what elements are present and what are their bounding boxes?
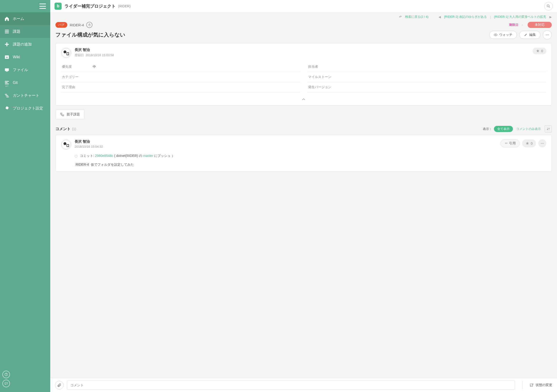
svg-point-21	[547, 35, 548, 35]
svg-rect-1	[5, 31, 9, 32]
field-priority: 優先度中	[61, 62, 300, 72]
sort-button[interactable]	[545, 125, 552, 132]
home-icon	[4, 16, 9, 21]
subtask-label: 親子課題	[67, 112, 80, 117]
svg-rect-9	[5, 84, 9, 84]
wiki-icon: W	[4, 55, 9, 60]
sidebar-item-git[interactable]: GIT Git	[0, 76, 50, 89]
comment-author: 長沢 智治	[75, 139, 103, 144]
svg-rect-32	[67, 145, 68, 147]
svg-rect-0	[5, 30, 9, 31]
filter-all[interactable]: 全て表示	[494, 126, 513, 132]
author-name: 長沢 智治	[75, 48, 114, 52]
issue-title: ファイル構成が気に入らない	[56, 31, 489, 38]
svg-rect-2	[5, 33, 9, 33]
watch-label: ウォッチ	[499, 33, 512, 37]
commit-link[interactable]: 2980e8548c	[95, 154, 113, 158]
quote-button[interactable]: 引用	[500, 139, 520, 147]
sidebar-item-label: Git	[13, 81, 17, 85]
svg-point-20	[546, 35, 547, 35]
sidebar-item-wiki[interactable]: W Wiki	[0, 51, 50, 64]
sidebar-item-gantt[interactable]: ガントチャート	[0, 89, 50, 102]
svg-point-34	[542, 143, 543, 144]
menu-toggle-icon[interactable]	[39, 4, 46, 9]
title-row: ファイル構成が気に入らない ウォッチ 編集	[50, 29, 557, 43]
collapse-toggle[interactable]	[56, 95, 552, 105]
due-label: 期限日	[509, 23, 518, 27]
issue-card: 長沢 智治 登録日 2018/10/16 15:03:58 0 優先度中 カテゴ…	[56, 43, 552, 106]
sidebar-item-files[interactable]: ファイル	[0, 64, 50, 76]
author-meta: 登録日 2018/10/16 15:03:58	[75, 53, 114, 57]
clipboard-icon[interactable]	[86, 22, 92, 28]
next-issue-link[interactable]: [RIDER-1] 大人用の変身ベルトの拡充	[494, 15, 546, 19]
svg-rect-10	[5, 94, 7, 95]
field-assignee: 担当者	[307, 62, 546, 72]
svg-point-23	[62, 48, 71, 57]
project-name: ライダー補完プロジェクト	[65, 3, 116, 9]
avatar	[61, 139, 71, 150]
field-resolution: 完了理由	[61, 82, 300, 92]
svg-point-35	[543, 143, 544, 144]
watch-button[interactable]: ウォッチ	[489, 31, 517, 39]
svg-point-15	[6, 376, 6, 376]
issue-type-chip: バグ	[56, 22, 67, 28]
more-button[interactable]	[543, 30, 552, 39]
svg-rect-5	[5, 68, 9, 71]
status-change-button[interactable]: 状態の変更	[530, 383, 552, 387]
issue-nav: ↶ 検索に戻る(2 / 4) ◀ [RIDER-2] 表記のゆらぎがある | […	[50, 12, 557, 21]
status-pill: 未対応	[528, 22, 552, 28]
main: b ライダー補完プロジェクト (RIDER) ↶ 検索に戻る(2 / 4) ◀ …	[50, 0, 557, 392]
gear-icon	[4, 106, 9, 111]
sidebar-item-issues[interactable]: 課題	[0, 25, 50, 38]
sidebar-item-label: ホーム	[13, 16, 24, 21]
svg-rect-27	[60, 113, 62, 114]
sidebar-top	[0, 0, 50, 12]
svg-point-30	[64, 142, 66, 145]
prev-arrow-icon[interactable]: ◀	[438, 15, 441, 19]
comment-input[interactable]	[67, 381, 515, 390]
issue-ref-badge[interactable]: RIDER-4	[75, 162, 90, 167]
branch-link[interactable]: master	[143, 154, 153, 158]
bullet-icon: ◯	[75, 155, 77, 157]
comment-star[interactable]: 0	[522, 139, 536, 147]
files-icon	[4, 67, 9, 73]
filter-comments-only[interactable]: コメントのみ表示	[516, 127, 541, 131]
svg-point-19	[495, 34, 496, 35]
sidebar: ホーム 課題 課題の追加 W Wiki ファイル GIT Git ガントチャート	[0, 0, 50, 392]
show-label: 表示：	[483, 127, 492, 131]
sidebar-item-label: 課題の追加	[13, 42, 32, 47]
svg-rect-8	[5, 82, 8, 83]
back-to-search-link[interactable]: 検索に戻る(2 / 4)	[405, 15, 428, 19]
gantt-icon	[4, 93, 9, 98]
issue-key: RIDER-4	[70, 23, 84, 27]
sidebar-item-home[interactable]: ホーム	[0, 12, 50, 25]
subtask-button[interactable]: 親子課題	[56, 110, 84, 119]
svg-point-29	[62, 140, 71, 149]
next-arrow-icon[interactable]: ▶	[549, 15, 552, 19]
edit-button[interactable]: 編集	[519, 31, 541, 39]
sidebar-item-add-issue[interactable]: 課題の追加	[0, 38, 50, 51]
comments-head: コメント (1) 表示： 全て表示 コメントのみ表示	[50, 125, 557, 135]
due-value: -	[522, 23, 523, 27]
help-button[interactable]	[2, 371, 10, 378]
search-button[interactable]	[544, 2, 553, 10]
svg-point-24	[64, 50, 66, 53]
list-icon	[4, 29, 9, 34]
comment-more-button[interactable]	[538, 139, 546, 147]
plus-icon	[4, 42, 9, 47]
sidebar-item-settings[interactable]: プロジェクト設定	[0, 102, 50, 115]
svg-rect-26	[67, 53, 68, 55]
svg-rect-17	[89, 24, 90, 26]
undo-icon: ↶	[399, 15, 402, 19]
svg-text:W: W	[6, 56, 8, 58]
project-logo: b	[55, 3, 62, 10]
card-head: 長沢 智治 登録日 2018/10/16 15:03:58 0	[56, 43, 552, 60]
star-count[interactable]: 0	[532, 48, 546, 54]
footer: 状態の変更	[50, 378, 557, 392]
feedback-button[interactable]	[2, 380, 10, 387]
prev-issue-link[interactable]: [RIDER-2] 表記のゆらぎがある	[444, 15, 487, 19]
comment-date: 2018/10/16 15:04:32	[75, 145, 103, 148]
attach-button[interactable]	[55, 381, 64, 389]
sidebar-item-label: Wiki	[13, 55, 20, 59]
comment-actions: 引用 0	[500, 139, 546, 147]
